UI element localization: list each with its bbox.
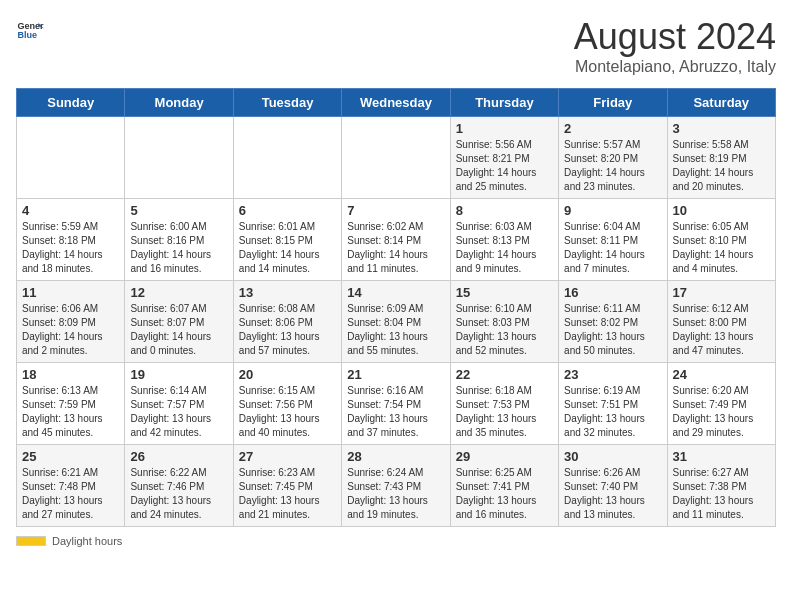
svg-text:Blue: Blue <box>17 30 37 40</box>
day-cell: 6Sunrise: 6:01 AM Sunset: 8:15 PM Daylig… <box>233 199 341 281</box>
week-row-2: 4Sunrise: 5:59 AM Sunset: 8:18 PM Daylig… <box>17 199 776 281</box>
day-cell: 24Sunrise: 6:20 AM Sunset: 7:49 PM Dayli… <box>667 363 775 445</box>
day-cell: 7Sunrise: 6:02 AM Sunset: 8:14 PM Daylig… <box>342 199 450 281</box>
day-info: Sunrise: 6:25 AM Sunset: 7:41 PM Dayligh… <box>456 466 553 522</box>
footer-note: Daylight hours <box>16 535 776 547</box>
day-info: Sunrise: 6:27 AM Sunset: 7:38 PM Dayligh… <box>673 466 770 522</box>
day-header-friday: Friday <box>559 89 667 117</box>
day-cell: 19Sunrise: 6:14 AM Sunset: 7:57 PM Dayli… <box>125 363 233 445</box>
day-number: 9 <box>564 203 661 218</box>
day-number: 13 <box>239 285 336 300</box>
day-number: 14 <box>347 285 444 300</box>
day-number: 11 <box>22 285 119 300</box>
day-cell: 25Sunrise: 6:21 AM Sunset: 7:48 PM Dayli… <box>17 445 125 527</box>
day-cell: 30Sunrise: 6:26 AM Sunset: 7:40 PM Dayli… <box>559 445 667 527</box>
day-info: Sunrise: 5:59 AM Sunset: 8:18 PM Dayligh… <box>22 220 119 276</box>
day-cell: 11Sunrise: 6:06 AM Sunset: 8:09 PM Dayli… <box>17 281 125 363</box>
day-number: 26 <box>130 449 227 464</box>
day-cell: 1Sunrise: 5:56 AM Sunset: 8:21 PM Daylig… <box>450 117 558 199</box>
day-info: Sunrise: 6:24 AM Sunset: 7:43 PM Dayligh… <box>347 466 444 522</box>
day-number: 31 <box>673 449 770 464</box>
day-info: Sunrise: 6:08 AM Sunset: 8:06 PM Dayligh… <box>239 302 336 358</box>
day-info: Sunrise: 6:23 AM Sunset: 7:45 PM Dayligh… <box>239 466 336 522</box>
day-number: 25 <box>22 449 119 464</box>
day-cell <box>17 117 125 199</box>
days-header-row: SundayMondayTuesdayWednesdayThursdayFrid… <box>17 89 776 117</box>
day-info: Sunrise: 6:10 AM Sunset: 8:03 PM Dayligh… <box>456 302 553 358</box>
day-info: Sunrise: 5:58 AM Sunset: 8:19 PM Dayligh… <box>673 138 770 194</box>
day-number: 23 <box>564 367 661 382</box>
day-number: 1 <box>456 121 553 136</box>
day-cell: 21Sunrise: 6:16 AM Sunset: 7:54 PM Dayli… <box>342 363 450 445</box>
day-cell: 12Sunrise: 6:07 AM Sunset: 8:07 PM Dayli… <box>125 281 233 363</box>
day-info: Sunrise: 6:05 AM Sunset: 8:10 PM Dayligh… <box>673 220 770 276</box>
day-number: 5 <box>130 203 227 218</box>
day-info: Sunrise: 6:09 AM Sunset: 8:04 PM Dayligh… <box>347 302 444 358</box>
day-number: 2 <box>564 121 661 136</box>
day-info: Sunrise: 6:19 AM Sunset: 7:51 PM Dayligh… <box>564 384 661 440</box>
day-cell: 3Sunrise: 5:58 AM Sunset: 8:19 PM Daylig… <box>667 117 775 199</box>
header: General Blue August 2024 Montelapiano, A… <box>16 16 776 76</box>
day-info: Sunrise: 6:13 AM Sunset: 7:59 PM Dayligh… <box>22 384 119 440</box>
title-area: August 2024 Montelapiano, Abruzzo, Italy <box>574 16 776 76</box>
day-cell <box>125 117 233 199</box>
logo: General Blue <box>16 16 44 44</box>
day-cell: 31Sunrise: 6:27 AM Sunset: 7:38 PM Dayli… <box>667 445 775 527</box>
day-number: 27 <box>239 449 336 464</box>
week-row-4: 18Sunrise: 6:13 AM Sunset: 7:59 PM Dayli… <box>17 363 776 445</box>
day-number: 18 <box>22 367 119 382</box>
day-number: 4 <box>22 203 119 218</box>
day-info: Sunrise: 6:01 AM Sunset: 8:15 PM Dayligh… <box>239 220 336 276</box>
day-number: 12 <box>130 285 227 300</box>
day-cell: 13Sunrise: 6:08 AM Sunset: 8:06 PM Dayli… <box>233 281 341 363</box>
day-info: Sunrise: 6:00 AM Sunset: 8:16 PM Dayligh… <box>130 220 227 276</box>
day-info: Sunrise: 5:56 AM Sunset: 8:21 PM Dayligh… <box>456 138 553 194</box>
calendar-table: SundayMondayTuesdayWednesdayThursdayFrid… <box>16 88 776 527</box>
day-header-tuesday: Tuesday <box>233 89 341 117</box>
day-cell: 2Sunrise: 5:57 AM Sunset: 8:20 PM Daylig… <box>559 117 667 199</box>
day-info: Sunrise: 5:57 AM Sunset: 8:20 PM Dayligh… <box>564 138 661 194</box>
day-cell: 10Sunrise: 6:05 AM Sunset: 8:10 PM Dayli… <box>667 199 775 281</box>
location-subtitle: Montelapiano, Abruzzo, Italy <box>574 58 776 76</box>
day-cell: 9Sunrise: 6:04 AM Sunset: 8:11 PM Daylig… <box>559 199 667 281</box>
day-info: Sunrise: 6:21 AM Sunset: 7:48 PM Dayligh… <box>22 466 119 522</box>
day-number: 29 <box>456 449 553 464</box>
day-number: 3 <box>673 121 770 136</box>
day-info: Sunrise: 6:26 AM Sunset: 7:40 PM Dayligh… <box>564 466 661 522</box>
day-number: 15 <box>456 285 553 300</box>
day-number: 30 <box>564 449 661 464</box>
day-info: Sunrise: 6:07 AM Sunset: 8:07 PM Dayligh… <box>130 302 227 358</box>
day-number: 8 <box>456 203 553 218</box>
day-info: Sunrise: 6:11 AM Sunset: 8:02 PM Dayligh… <box>564 302 661 358</box>
week-row-3: 11Sunrise: 6:06 AM Sunset: 8:09 PM Dayli… <box>17 281 776 363</box>
day-info: Sunrise: 6:22 AM Sunset: 7:46 PM Dayligh… <box>130 466 227 522</box>
day-cell: 20Sunrise: 6:15 AM Sunset: 7:56 PM Dayli… <box>233 363 341 445</box>
day-cell: 8Sunrise: 6:03 AM Sunset: 8:13 PM Daylig… <box>450 199 558 281</box>
week-row-1: 1Sunrise: 5:56 AM Sunset: 8:21 PM Daylig… <box>17 117 776 199</box>
day-cell: 26Sunrise: 6:22 AM Sunset: 7:46 PM Dayli… <box>125 445 233 527</box>
day-cell: 5Sunrise: 6:00 AM Sunset: 8:16 PM Daylig… <box>125 199 233 281</box>
daylight-bar-icon <box>16 536 46 546</box>
day-cell: 17Sunrise: 6:12 AM Sunset: 8:00 PM Dayli… <box>667 281 775 363</box>
day-header-thursday: Thursday <box>450 89 558 117</box>
day-info: Sunrise: 6:20 AM Sunset: 7:49 PM Dayligh… <box>673 384 770 440</box>
day-header-saturday: Saturday <box>667 89 775 117</box>
day-cell: 28Sunrise: 6:24 AM Sunset: 7:43 PM Dayli… <box>342 445 450 527</box>
day-cell: 18Sunrise: 6:13 AM Sunset: 7:59 PM Dayli… <box>17 363 125 445</box>
daylight-label: Daylight hours <box>52 535 122 547</box>
day-number: 7 <box>347 203 444 218</box>
day-number: 16 <box>564 285 661 300</box>
day-cell: 16Sunrise: 6:11 AM Sunset: 8:02 PM Dayli… <box>559 281 667 363</box>
day-header-wednesday: Wednesday <box>342 89 450 117</box>
day-number: 10 <box>673 203 770 218</box>
day-info: Sunrise: 6:04 AM Sunset: 8:11 PM Dayligh… <box>564 220 661 276</box>
day-info: Sunrise: 6:12 AM Sunset: 8:00 PM Dayligh… <box>673 302 770 358</box>
day-number: 17 <box>673 285 770 300</box>
day-cell: 27Sunrise: 6:23 AM Sunset: 7:45 PM Dayli… <box>233 445 341 527</box>
day-info: Sunrise: 6:06 AM Sunset: 8:09 PM Dayligh… <box>22 302 119 358</box>
day-number: 19 <box>130 367 227 382</box>
day-number: 6 <box>239 203 336 218</box>
day-number: 21 <box>347 367 444 382</box>
month-title: August 2024 <box>574 16 776 58</box>
logo-icon: General Blue <box>16 16 44 44</box>
